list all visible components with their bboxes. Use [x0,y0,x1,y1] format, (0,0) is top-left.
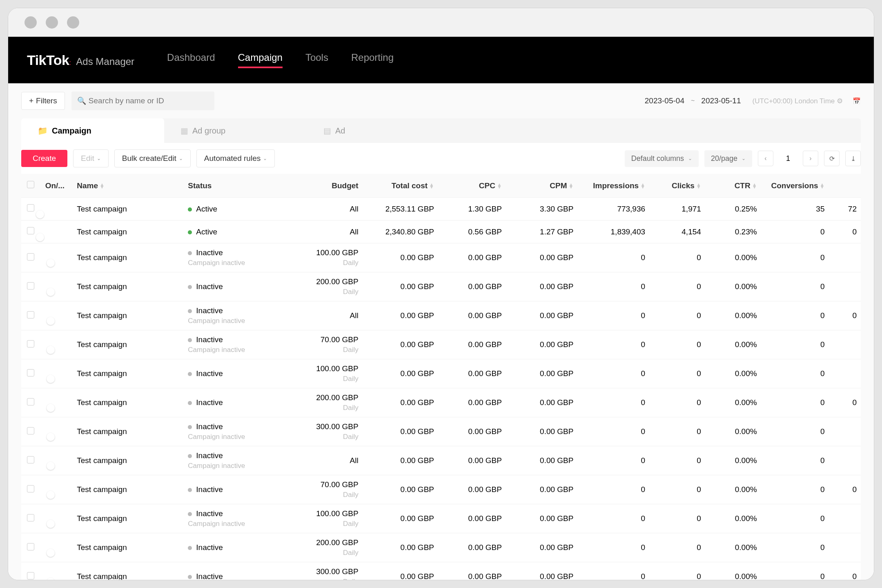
campaign-cpm: 0.00 GBP [514,369,586,378]
col-name[interactable]: Name▲▼ [77,181,188,190]
campaign-budget: 300.00 GBP Daily [291,567,371,580]
tab-campaign[interactable]: 📁 Campaign [21,118,164,143]
col-budget[interactable]: Budget [291,181,371,190]
campaign-name[interactable]: Test campaign [77,398,188,407]
date-range-start[interactable]: 2023-05-04 [645,96,684,105]
col-cpm[interactable]: CPM▲▼ [514,181,586,190]
row-checkbox[interactable] [27,572,34,579]
filters-button[interactable]: +Filters [21,92,65,110]
refresh-button[interactable]: ⟳ [824,151,840,166]
campaign-conversions: 0 [769,398,837,407]
table-row[interactable]: Test campaign Inactive 300.00 GBP Daily … [21,562,861,580]
table-row[interactable]: Test campaign Inactive Campaign inactive… [21,301,861,330]
col-toggle[interactable]: On/... [45,181,77,190]
page-size-select[interactable]: 20/page ⌄ [704,150,752,167]
campaign-cpc: 0.00 GBP [446,282,514,291]
prev-page-button[interactable]: ‹ [758,151,773,166]
row-checkbox[interactable] [27,311,34,318]
adgroup-icon: ▦ [180,126,188,136]
campaign-name[interactable]: Test campaign [77,456,188,465]
campaign-clicks: 0 [657,514,713,523]
table-row[interactable]: Test campaign Inactive 70.00 GBP Daily 0… [21,475,861,504]
nav-tools[interactable]: Tools [305,52,328,68]
traffic-light-close[interactable] [24,16,37,29]
col-impressions[interactable]: Impressions▲▼ [586,181,657,190]
campaign-name[interactable]: Test campaign [77,227,188,236]
campaign-name[interactable]: Test campaign [77,543,188,552]
next-page-button[interactable]: › [803,151,818,166]
campaign-clicks: 0 [657,340,713,349]
nav-campaign[interactable]: Campaign [238,52,283,68]
col-clicks[interactable]: Clicks▲▼ [657,181,713,190]
campaign-status: Inactive [188,572,291,580]
row-checkbox[interactable] [27,427,34,434]
table-row[interactable]: Test campaign Inactive 100.00 GBP Daily … [21,359,861,388]
automated-rules-button[interactable]: Automated rules ⌄ [196,149,275,167]
campaign-name[interactable]: Test campaign [77,485,188,494]
row-checkbox[interactable] [27,485,34,492]
traffic-light-minimize[interactable] [46,16,58,29]
campaign-clicks: 1,971 [657,205,713,214]
row-checkbox[interactable] [27,398,34,405]
calendar-icon[interactable]: 📅 [853,97,861,105]
budget-subtext: Daily [291,404,359,412]
timezone-label[interactable]: (UTC+00:00) London Time ⚙ [753,97,843,105]
table-row[interactable]: Test campaign Inactive Campaign inactive… [21,330,861,359]
table-row[interactable]: Test campaign Inactive Campaign inactive… [21,417,861,446]
row-checkbox[interactable] [27,514,34,521]
campaign-extra: 72 [837,205,861,214]
campaign-status: Inactive [188,485,291,494]
col-total-cost[interactable]: Total cost▲▼ [371,181,446,190]
row-checkbox[interactable] [27,456,34,463]
campaign-impressions: 0 [586,282,657,291]
table-row[interactable]: Test campaign Inactive 200.00 GBP Daily … [21,533,861,562]
table-row[interactable]: Test campaign Inactive Campaign inactive… [21,446,861,475]
campaign-cpm: 0.00 GBP [514,456,586,465]
select-all-checkbox[interactable] [27,181,34,188]
campaign-name[interactable]: Test campaign [77,340,188,349]
tab-adgroup[interactable]: ▦ Ad group [164,118,307,143]
campaign-name[interactable]: Test campaign [77,205,188,214]
table-row[interactable]: Test campaign Inactive 200.00 GBP Daily … [21,388,861,417]
table-row[interactable]: Test campaign Active All 2,553.11 GBP 1.… [21,198,861,220]
col-cpc[interactable]: CPC▲▼ [446,181,514,190]
row-checkbox[interactable] [27,204,34,212]
table-row[interactable]: Test campaign Inactive 200.00 GBP Daily … [21,272,861,301]
row-checkbox[interactable] [27,253,34,261]
nav-dashboard[interactable]: Dashboard [167,52,215,68]
bulk-create-button[interactable]: Bulk create/Edit ⌄ [114,149,191,167]
campaign-name[interactable]: Test campaign [77,369,188,378]
create-button[interactable]: Create [21,150,67,167]
campaign-name[interactable]: Test campaign [77,572,188,580]
sort-icon: ▲▼ [100,183,105,188]
table-row[interactable]: Test campaign Inactive Campaign inactive… [21,243,861,272]
row-checkbox[interactable] [27,227,34,234]
tab-ad[interactable]: ▤ Ad [307,118,450,143]
campaign-name[interactable]: Test campaign [77,311,188,320]
campaign-name[interactable]: Test campaign [77,282,188,291]
col-status[interactable]: Status [188,181,291,190]
traffic-light-zoom[interactable] [67,16,79,29]
campaign-name[interactable]: Test campaign [77,427,188,436]
nav-reporting[interactable]: Reporting [351,52,394,68]
col-conversions[interactable]: Conversions▲▼ [769,181,837,190]
budget-subtext: Daily [291,433,359,441]
campaign-ctr: 0.00% [713,340,769,349]
columns-preset-select[interactable]: Default columns ⌄ [625,150,699,167]
campaign-name[interactable]: Test campaign [77,514,188,523]
col-ctr[interactable]: CTR▲▼ [713,181,769,190]
table-row[interactable]: Test campaign Active All 2,340.80 GBP 0.… [21,220,861,243]
table-row[interactable]: Test campaign Inactive Campaign inactive… [21,504,861,533]
export-button[interactable]: ⤓ [845,151,861,166]
campaign-cpm: 0.00 GBP [514,398,586,407]
campaign-impressions: 0 [586,456,657,465]
edit-button[interactable]: Edit ⌄ [73,149,109,167]
row-checkbox[interactable] [27,282,34,290]
search-input[interactable] [71,91,214,110]
row-checkbox[interactable] [27,340,34,347]
row-checkbox[interactable] [27,369,34,376]
row-checkbox[interactable] [27,543,34,550]
campaign-impressions: 1,839,403 [586,227,657,236]
campaign-name[interactable]: Test campaign [77,253,188,262]
date-range-end[interactable]: 2023-05-11 [701,96,741,105]
